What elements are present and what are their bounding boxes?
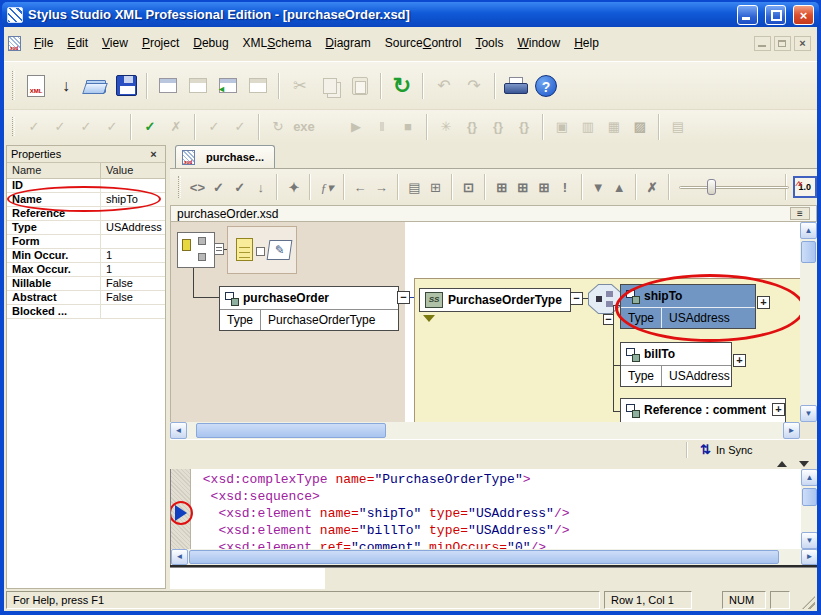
preview-wand[interactable]: ✦ xyxy=(283,175,304,199)
menu-edit[interactable]: Edit xyxy=(60,34,95,52)
pane-splitter[interactable] xyxy=(170,459,817,469)
property-row-abstract[interactable]: AbstractFalse xyxy=(7,291,165,305)
tab-purchaseorder-xsd[interactable]: purchase... xyxy=(175,145,275,168)
validate-document[interactable]: ✓ xyxy=(208,175,229,199)
resize-grip[interactable] xyxy=(802,596,815,609)
diagram-horizontal-scrollbar[interactable]: ◄ ► xyxy=(170,422,800,439)
pane-menu-button[interactable]: ≡ xyxy=(790,207,810,220)
annotation-book-icon[interactable]: ✎ xyxy=(267,240,293,260)
toolbar-grip[interactable] xyxy=(12,117,15,137)
expand-triangle-icon[interactable] xyxy=(423,315,435,322)
xml-source-editor[interactable]: <xsd:complexType name="PurchaseOrderType… xyxy=(170,469,817,565)
schema-diagram-canvas[interactable]: ✎ purchaseOrder Type PurchaseOrderType xyxy=(170,222,800,422)
code-vertical-scrollbar[interactable]: ▲ ▼ xyxy=(801,469,817,549)
help[interactable]: ? xyxy=(531,71,561,101)
collapse-diagram[interactable]: ⊡ xyxy=(458,175,479,199)
menu-sourcecontrol[interactable]: SourceControl xyxy=(378,34,469,52)
add-checked-document[interactable]: ✓ xyxy=(137,115,163,139)
diagram-vertical-scrollbar[interactable]: ▲ ▼ xyxy=(800,222,817,422)
property-row-name[interactable]: NameshipTo xyxy=(7,193,165,207)
menu-xmlschema[interactable]: XMLSchema xyxy=(236,34,319,52)
expand-down[interactable]: ▼ xyxy=(588,175,609,199)
delete-node[interactable]: ✗ xyxy=(642,175,663,199)
menu-debug[interactable]: Debug xyxy=(186,34,235,52)
export-image[interactable]: ↓ xyxy=(250,175,271,199)
new-xml-document[interactable]: XML xyxy=(21,71,51,101)
column-value[interactable]: Value xyxy=(101,163,165,178)
column-name[interactable]: Name xyxy=(7,163,101,178)
element-node-shipto[interactable]: shipTo Type USAddress xyxy=(620,284,756,329)
zoom-level[interactable]: 1.0 xyxy=(792,175,817,199)
properties-close-button[interactable]: × xyxy=(146,148,161,161)
documentation-icon[interactable] xyxy=(236,238,253,261)
toolbar-grip[interactable] xyxy=(12,71,15,99)
schema-settings[interactable]: ▨ xyxy=(627,115,653,139)
new-document-dropdown[interactable]: ↓ xyxy=(51,71,81,101)
schema-root-connector[interactable] xyxy=(214,243,224,255)
expand-box[interactable] xyxy=(757,296,770,309)
collapse-down-button[interactable] xyxy=(799,461,809,467)
menu-project[interactable]: Project xyxy=(135,34,186,52)
annotation-group[interactable]: ✎ xyxy=(227,226,297,274)
scroll-down-button[interactable]: ▼ xyxy=(800,405,817,422)
menu-tools[interactable]: Tools xyxy=(468,34,510,52)
expand-box[interactable] xyxy=(772,403,785,416)
show-substitutions[interactable]: ⊞ xyxy=(425,175,446,199)
property-row-reference[interactable]: Reference xyxy=(7,207,165,221)
menu-view[interactable]: View xyxy=(95,34,135,52)
mdi-close-button[interactable]: × xyxy=(794,36,811,51)
save[interactable] xyxy=(111,71,141,101)
code-horizontal-scrollbar[interactable]: ◄ ► xyxy=(171,549,817,565)
add-attribute[interactable]: ⊞ xyxy=(512,175,533,199)
property-row-type[interactable]: TypeUSAddress xyxy=(7,221,165,235)
refresh[interactable]: ↻ xyxy=(387,71,417,101)
print[interactable] xyxy=(501,71,531,101)
title-bar[interactable]: Stylus Studio XML Professional Edition -… xyxy=(2,2,819,27)
menu-file[interactable]: File xyxy=(27,34,60,52)
property-row-min-occur[interactable]: Min Occur.1 xyxy=(7,249,165,263)
toggle-required[interactable]: ! xyxy=(554,175,575,199)
add-element[interactable]: ⊞ xyxy=(491,175,512,199)
scroll-thumb[interactable] xyxy=(189,550,779,564)
menu-diagram[interactable]: Diagram xyxy=(318,34,377,52)
window-next[interactable] xyxy=(213,71,243,101)
maximize-button[interactable] xyxy=(765,5,786,25)
mdi-restore-button[interactable] xyxy=(774,36,791,51)
schema-root-node[interactable] xyxy=(177,232,215,268)
close-button[interactable]: × xyxy=(793,5,814,25)
scroll-thumb[interactable] xyxy=(802,488,817,506)
collapse-box[interactable] xyxy=(570,292,583,305)
expand-box[interactable] xyxy=(733,354,746,367)
scroll-up-button[interactable]: ▲ xyxy=(800,222,817,239)
collapse-up-button[interactable] xyxy=(777,461,787,467)
scroll-right-button[interactable]: ► xyxy=(783,422,800,439)
menu-window[interactable]: Window xyxy=(510,34,567,52)
scroll-right-button[interactable]: ► xyxy=(801,549,817,565)
scroll-left-button[interactable]: ◄ xyxy=(171,549,188,565)
scroll-thumb[interactable] xyxy=(196,423,386,438)
element-node-purchaseorder[interactable]: purchaseOrder Type PurchaseOrderType xyxy=(219,286,399,331)
open-file[interactable] xyxy=(81,71,111,101)
scroll-left-button[interactable]: ◄ xyxy=(170,422,187,439)
property-row-form[interactable]: Form xyxy=(7,235,165,249)
toolbar-grip[interactable] xyxy=(178,176,181,198)
new-window[interactable] xyxy=(153,71,183,101)
element-node-billto[interactable]: billTo Type USAddress xyxy=(620,342,732,387)
minimize-button[interactable] xyxy=(737,5,758,25)
collapse-box[interactable] xyxy=(397,291,410,304)
property-row-nillable[interactable]: NillableFalse xyxy=(7,277,165,291)
element-node-comment-reference[interactable]: Reference : comment xyxy=(620,398,786,422)
property-row-max-occur[interactable]: Max Occur.1 xyxy=(7,263,165,277)
function-menu[interactable]: ƒ▾ xyxy=(316,175,337,199)
menu-help[interactable]: Help xyxy=(567,34,606,52)
validate-schema[interactable]: ✓ xyxy=(229,175,250,199)
scroll-up-button[interactable]: ▲ xyxy=(801,469,817,486)
complextype-node-purchaseordertype[interactable]: SS PurchaseOrderType xyxy=(419,288,571,312)
add-type[interactable]: ⊞ xyxy=(533,175,554,199)
zoom-slider[interactable] xyxy=(675,175,781,199)
scroll-thumb[interactable] xyxy=(801,241,816,263)
mdi-minimize-button[interactable] xyxy=(754,36,771,51)
property-row-blocked[interactable]: Blocked ... xyxy=(7,305,165,319)
scroll-down-button[interactable]: ▼ xyxy=(801,532,817,549)
property-row-id[interactable]: ID xyxy=(7,179,165,193)
